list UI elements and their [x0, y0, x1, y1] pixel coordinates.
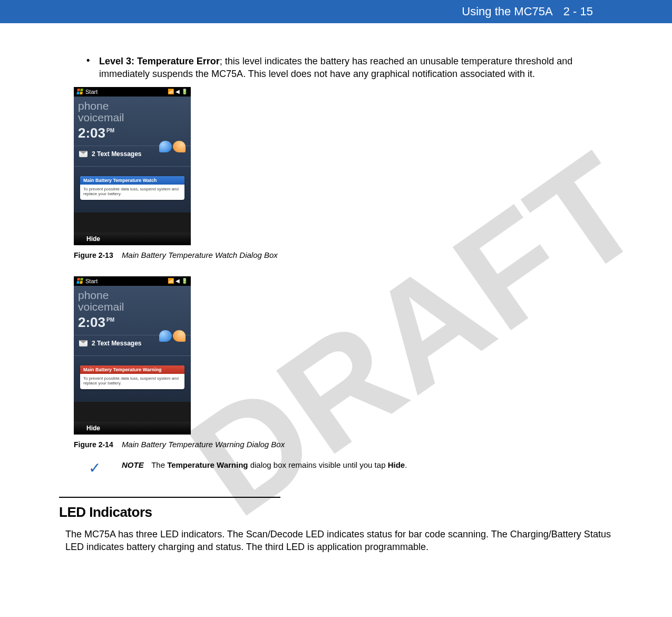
figure-2-14-image: Start 📶 ◀ 🔋 phone voicemail 2:03PM 2 Tex… — [74, 276, 191, 435]
pm-voicemail-label: voicemail — [78, 111, 187, 124]
header-title: Using the MC75A — [462, 5, 552, 18]
note-text: The Temperature Warning dialog box remai… — [151, 460, 407, 469]
bubble-icon — [173, 141, 186, 152]
section-heading: LED Indicators — [59, 504, 619, 520]
bullet-level3: • Level 3: Temperature Error; this level… — [86, 55, 619, 81]
pm-phone-label: phone — [78, 289, 187, 302]
pm-alert-watch: Main Battery Temperature Watch To preven… — [80, 176, 184, 200]
pm-body: phone voicemail 2:03PM 2 Text Messages M… — [74, 97, 191, 213]
fig-label: Figure 2-13 — [74, 251, 113, 259]
page-header: Using the MC75A 2 - 15 — [0, 0, 672, 23]
bubble-icon — [159, 330, 172, 342]
fig-text: Main Battery Temperature Warning Dialog … — [122, 440, 285, 449]
header-pagenum: 2 - 15 — [563, 5, 593, 18]
bullet-text: Level 3: Temperature Error; this level i… — [99, 55, 619, 81]
note-label: NOTE — [122, 460, 144, 469]
pm-alert-title: Main Battery Temperature Warning — [80, 365, 184, 374]
pm-msg-count: 2 Text Messages — [92, 340, 142, 347]
note-row: ✓ NOTE The Temperature Warning dialog bo… — [89, 460, 619, 477]
pm-chat-bubbles — [159, 141, 186, 152]
bullet-bold: Level 3: Temperature Error — [99, 56, 220, 66]
pm-hide: Hide — [86, 235, 100, 243]
status-icons: 📶 ◀ 🔋 — [168, 278, 188, 284]
bullet-marker: • — [86, 55, 99, 81]
pm-statusbar: Start 📶 ◀ 🔋 — [74, 276, 191, 286]
envelope-icon — [79, 151, 87, 157]
draft-watermark: DRAFT — [161, 120, 671, 549]
fig-text: Main Battery Temperature Watch Dialog Bo… — [122, 250, 278, 259]
pm-time: 2:03PM — [78, 314, 187, 331]
windows-icon — [76, 89, 84, 95]
pm-start: Start — [85, 278, 98, 284]
bubble-icon — [173, 330, 186, 342]
section-paragraph: The MC75A has three LED indicators. The … — [65, 528, 619, 554]
checkmark-icon: ✓ — [89, 459, 101, 477]
pm-bottombar: Hide — [74, 422, 191, 435]
status-icons: 📶 ◀ 🔋 — [168, 89, 188, 94]
pm-alert-warning: Main Battery Temperature Warning To prev… — [80, 365, 184, 389]
figure-2-14-caption: Figure 2-14 Main Battery Temperature War… — [74, 440, 619, 449]
figure-2-13-caption: Figure 2-13 Main Battery Temperature Wat… — [74, 250, 619, 259]
envelope-icon — [79, 340, 87, 346]
section-divider — [59, 497, 280, 498]
pm-alert-body: To prevent possible data loss, suspend s… — [80, 374, 184, 389]
pm-bottombar: Hide — [74, 233, 191, 245]
pm-time: 2:03PM — [78, 125, 187, 141]
pm-msg-count: 2 Text Messages — [92, 150, 142, 158]
pm-phone-label: phone — [78, 100, 187, 112]
note-content: NOTE The Temperature Warning dialog box … — [122, 460, 407, 470]
pm-hide: Hide — [86, 425, 100, 432]
fig-label: Figure 2-14 — [74, 440, 113, 449]
pm-alert-body: To prevent possible data loss, suspend s… — [80, 185, 184, 200]
pm-start: Start — [85, 89, 98, 95]
pm-body: phone voicemail 2:03PM 2 Text Messages M… — [74, 286, 191, 402]
pm-statusbar: Start 📶 ◀ 🔋 — [74, 87, 191, 97]
pm-chat-bubbles — [159, 330, 186, 342]
pm-alert-title: Main Battery Temperature Watch — [80, 176, 184, 185]
bubble-icon — [159, 141, 172, 152]
pm-voicemail-label: voicemail — [78, 301, 187, 313]
windows-icon — [76, 278, 84, 284]
figure-2-13-image: Start 📶 ◀ 🔋 phone voicemail 2:03PM 2 Tex… — [74, 87, 191, 245]
